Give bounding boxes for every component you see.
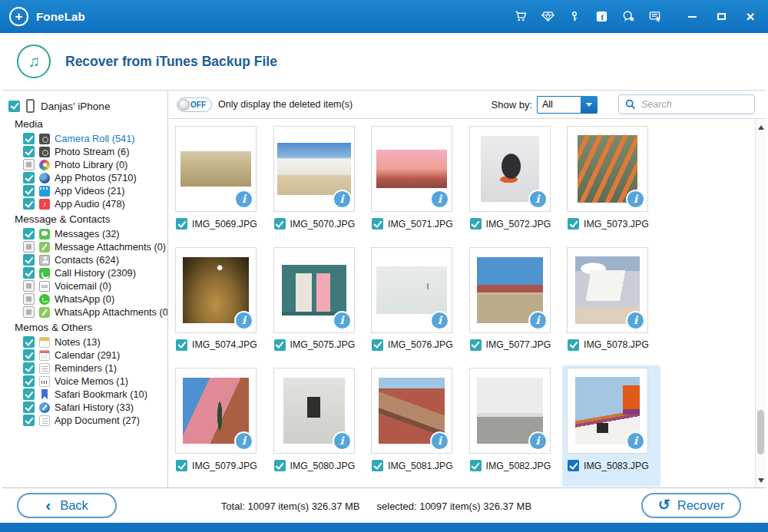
photo-cell[interactable]: iIMG_5083.JPG [562,365,660,487]
show-by-dropdown[interactable]: All [537,96,598,114]
photo-checkbox[interactable] [274,460,286,471]
photo-checkbox[interactable] [274,218,286,230]
dropdown-button[interactable] [581,96,598,114]
photo-cell[interactable]: iIMG_5069.JPG [170,124,269,245]
photo-cell[interactable]: iIMG_5077.JPG [465,245,563,366]
search-box[interactable] [618,94,755,114]
scroll-up-button[interactable] [756,121,766,132]
info-icon[interactable]: i [333,431,352,451]
photo-cell[interactable]: iIMG_5071.JPG [366,124,465,245]
checkbox-call-history[interactable] [23,267,35,279]
scrollbar[interactable] [755,120,766,487]
toggle-knob[interactable] [178,99,190,111]
key-icon[interactable] [565,8,584,26]
checkbox-app-audio[interactable] [23,198,35,210]
photo-checkbox[interactable] [568,218,579,230]
sidebar-item-whatsapp[interactable]: WhatsApp (0) [2,292,167,306]
photo-checkbox[interactable] [372,339,383,351]
photo-cell[interactable]: iIMG_5076.JPG [366,245,465,366]
sidebar-item-app-photos[interactable]: App Photos (5710) [2,171,167,184]
photo-thumbnail[interactable]: i [469,126,551,212]
photo-thumbnail[interactable]: i [371,368,452,454]
photo-thumbnail[interactable]: i [175,368,257,454]
photo-cell[interactable]: iIMG_5080.JPG [269,365,367,487]
sidebar-item-notes[interactable]: Notes (13) [2,335,167,349]
maximize-button[interactable] [713,8,730,25]
sidebar-item-messages[interactable]: Messages (32) [2,227,167,240]
checkbox-camera-roll[interactable] [23,133,35,144]
photo-thumbnail[interactable]: i [175,247,257,333]
info-icon[interactable]: i [430,190,449,209]
sidebar-item-photo-library[interactable]: Photo Library (0) [2,158,167,171]
checkbox-photo-library[interactable] [23,159,35,170]
device-checkbox[interactable] [8,101,20,112]
checkbox-message-attachments[interactable] [23,241,35,253]
facebook-icon[interactable]: f [592,8,611,26]
sidebar-item-reminders[interactable]: Reminders (1) [2,362,167,375]
photo-checkbox[interactable] [470,339,482,351]
info-icon[interactable]: i [333,311,352,330]
photo-cell[interactable]: iIMG_5079.JPG [170,365,269,487]
photo-checkbox[interactable] [176,218,187,230]
checkbox-voicemail[interactable] [23,280,35,292]
sidebar-item-app-audio[interactable]: App Audio (478) [2,197,167,210]
photo-checkbox[interactable] [470,218,482,230]
photo-checkbox[interactable] [372,460,383,471]
photo-thumbnail[interactable]: i [371,126,452,212]
sidebar-item-safari-bookmark[interactable]: Safari Bookmark (10) [2,388,167,401]
info-icon[interactable]: i [528,311,548,330]
photo-checkbox[interactable] [274,339,286,351]
sidebar-item-calendar[interactable]: Calendar (291) [2,349,167,362]
sidebar-item-camera-roll[interactable]: Camera Roll (541) [2,132,167,145]
info-icon[interactable]: i [234,190,253,209]
sidebar-item-call-history[interactable]: Call History (2309) [2,266,167,279]
search-input[interactable] [641,99,748,110]
photo-thumbnail[interactable]: i [469,247,551,333]
photo-cell[interactable]: iIMG_5082.JPG [465,365,563,487]
photo-checkbox[interactable] [470,460,482,471]
sidebar-item-photo-stream[interactable]: Photo Stream (6) [2,145,167,158]
photo-thumbnail[interactable]: i [371,247,452,333]
sidebar-item-safari-history[interactable]: Safari History (33) [2,401,167,414]
sidebar-item-voicemail[interactable]: Voicemail (0) [2,279,167,292]
info-icon[interactable]: i [333,190,352,209]
checkbox-notes[interactable] [23,336,35,348]
scrollbar-thumb[interactable] [757,410,764,454]
sidebar-item-message-attachments[interactable]: Message Attachments (0) [2,240,167,253]
checkbox-messages[interactable] [23,228,35,240]
photo-cell[interactable]: iIMG_5072.JPG [465,124,563,245]
sidebar-item-contacts[interactable]: Contacts (624) [2,253,167,266]
checkbox-calendar[interactable] [23,349,35,361]
checkbox-safari-bookmark[interactable] [23,388,35,400]
photo-thumbnail[interactable]: i [175,126,257,212]
photo-thumbnail[interactable]: i [567,368,648,454]
deleted-only-toggle[interactable]: OFF [177,97,212,112]
diamond-icon[interactable] [538,8,557,26]
checkbox-app-document[interactable] [23,415,35,426]
photo-checkbox[interactable] [176,460,187,471]
photo-checkbox[interactable] [176,339,187,351]
checkbox-reminders[interactable] [23,362,35,374]
sidebar-item-app-document[interactable]: App Document (27) [2,414,167,427]
checkbox-voice-memos[interactable] [23,375,35,387]
checkbox-contacts[interactable] [23,254,35,266]
photo-thumbnail[interactable]: i [567,126,648,212]
info-icon[interactable]: i [528,190,548,209]
photo-cell[interactable]: iIMG_5070.JPG [269,124,367,245]
survey-icon[interactable] [646,8,664,26]
info-icon[interactable]: i [234,431,253,451]
photo-cell[interactable]: iIMG_5073.JPG [562,124,660,245]
photo-checkbox[interactable] [568,460,579,471]
checkbox-app-videos[interactable] [23,185,35,197]
info-icon[interactable]: i [528,431,548,451]
sidebar-item-app-videos[interactable]: App Videos (21) [2,184,167,197]
photo-thumbnail[interactable]: i [273,368,355,454]
photo-thumbnail[interactable]: i [273,247,355,333]
info-icon[interactable]: i [430,431,449,451]
photo-cell[interactable]: iIMG_5075.JPG [269,245,367,366]
recover-button[interactable]: ↺ Recover [641,493,741,518]
checkbox-photo-stream[interactable] [23,146,35,157]
photo-checkbox[interactable] [372,218,383,230]
photo-thumbnail[interactable]: i [273,126,355,212]
cart-icon[interactable] [511,8,530,26]
